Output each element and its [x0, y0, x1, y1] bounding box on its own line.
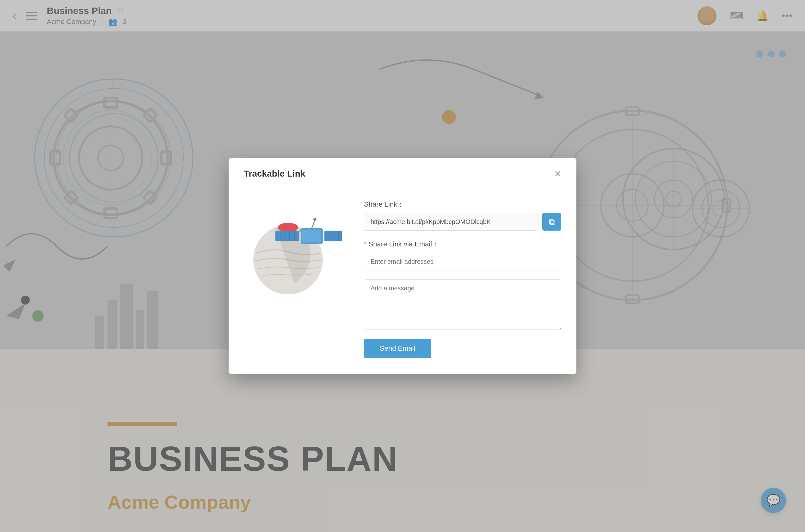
share-email-group: * Share Link via Email：	[364, 240, 561, 270]
svg-line-72	[312, 220, 315, 228]
share-link-label: Share Link：	[364, 200, 561, 209]
satellite-illustration	[244, 200, 345, 301]
share-link-group: Share Link： ⧉	[364, 200, 561, 231]
modal-title: Trackable Link	[244, 169, 306, 179]
modal-body: Share Link： ⧉ * Share Link via Email：	[228, 187, 577, 374]
modal-close-button[interactable]: ×	[554, 168, 561, 179]
svg-point-74	[299, 229, 301, 232]
trackable-link-modal: Trackable Link ×	[228, 158, 577, 374]
share-email-label-text: Share Link via Email：	[369, 240, 439, 248]
svg-rect-67	[324, 231, 342, 241]
share-link-input[interactable]	[364, 213, 538, 231]
svg-point-73	[313, 218, 316, 221]
copy-icon: ⧉	[549, 217, 555, 227]
send-email-button[interactable]: Send Email	[364, 339, 431, 358]
message-group	[364, 279, 561, 330]
copy-link-button[interactable]: ⧉	[542, 213, 561, 231]
form-area: Share Link： ⧉ * Share Link via Email：	[364, 200, 561, 358]
modal-header: Trackable Link ×	[228, 158, 577, 187]
svg-rect-62	[275, 231, 299, 241]
share-email-label: * Share Link via Email：	[364, 240, 561, 249]
required-star: *	[364, 240, 367, 248]
email-input[interactable]	[364, 253, 561, 270]
share-link-row: ⧉	[364, 213, 561, 231]
svg-rect-61	[302, 230, 321, 242]
message-textarea[interactable]	[364, 279, 561, 330]
